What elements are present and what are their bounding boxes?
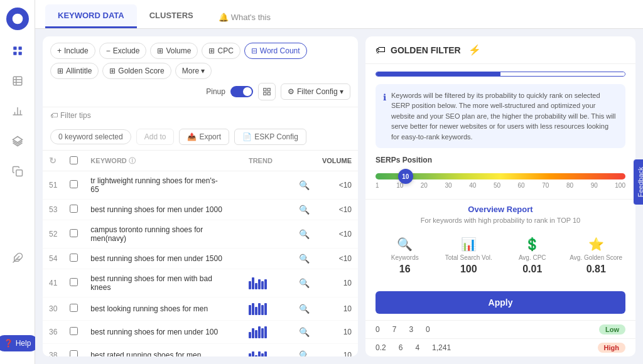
row-search: 🔍 <box>293 321 316 344</box>
svg-rect-14 <box>16 170 22 176</box>
row-spacer <box>230 220 242 249</box>
row-trend <box>242 249 293 269</box>
add-to-button[interactable]: Add to <box>136 129 175 145</box>
selected-count: 0 keyword selected <box>50 129 131 144</box>
row-keyword: best running shoes for men under 1000 <box>84 200 230 220</box>
overview-title: Overview Report <box>376 205 625 214</box>
word-count-filter-button[interactable]: ⊟ Word Count <box>244 43 307 59</box>
sidebar-icon-chart[interactable] <box>8 102 27 120</box>
table-row: 51tr lightweight running shoes for men's… <box>43 171 358 200</box>
serp-slider[interactable]: 10 1 10 20 30 40 50 60 70 80 90 100 <box>376 171 625 191</box>
include-filter-button[interactable]: + Include <box>50 43 95 59</box>
feedback-tab[interactable]: Feedback <box>634 159 643 205</box>
pinup-toggle[interactable] <box>230 86 253 97</box>
sidebar-icon-copy[interactable] <box>8 162 27 181</box>
row-trend <box>242 171 293 200</box>
row-search: 🔍 <box>293 249 316 269</box>
more-filter-button[interactable]: More ▾ <box>175 63 212 79</box>
row-trend <box>242 200 293 220</box>
info-icon: ℹ <box>383 91 386 142</box>
row-checkbox[interactable] <box>70 278 78 286</box>
slider-labels: 1 10 20 30 40 50 60 70 80 90 100 <box>376 182 625 189</box>
row-num: 54 <box>43 249 63 269</box>
tab-keyword-data[interactable]: KEYWORD DATA <box>45 4 137 28</box>
row-search: 🔍 <box>293 220 316 249</box>
badge-high: High <box>598 343 625 353</box>
slider-thumb[interactable]: 10 <box>398 169 413 184</box>
row-trend <box>242 269 293 297</box>
filter-tips[interactable]: 🏷 Filter tips <box>43 107 358 124</box>
tab-what-this[interactable]: 🔔 What's this <box>208 6 281 28</box>
table-row: 36best running shoes for men under 100🔍1… <box>43 321 358 344</box>
row-trend <box>242 297 293 321</box>
row-checkbox[interactable] <box>70 180 78 188</box>
help-button[interactable]: ❓ Help <box>0 335 38 351</box>
search-icon[interactable]: 🔍 <box>299 278 310 288</box>
col-trend: TREND <box>242 151 293 171</box>
row-volume: <10 <box>316 171 358 200</box>
layout-icon-button[interactable] <box>258 83 276 100</box>
search-icon[interactable]: 🔍 <box>299 304 310 314</box>
tab-ranking-probability[interactable]: By Ranking Probability <box>376 72 500 77</box>
row-keyword: tr lightweight running shoes for men's-6… <box>84 171 230 200</box>
svg-rect-17 <box>264 88 266 91</box>
table-row: 53best running shoes for men under 1000🔍… <box>43 200 358 220</box>
col-check <box>63 151 84 171</box>
sidebar-icon-grid[interactable] <box>8 41 27 60</box>
search-icon[interactable]: 🔍 <box>299 229 310 239</box>
filter-config-button[interactable]: ⚙ Filter Config ▾ <box>281 83 350 100</box>
sidebar: ❓ Help <box>0 0 35 364</box>
search-icon[interactable]: 🔍 <box>299 327 310 337</box>
row-trend <box>242 344 293 357</box>
select-all-checkbox[interactable] <box>70 156 78 164</box>
row-trend <box>242 220 293 249</box>
row-checkbox[interactable] <box>70 350 78 356</box>
table-row: 30best looking running shoes for men🔍10 <box>43 297 358 321</box>
serp-title: SERPs Position <box>376 156 625 164</box>
app-logo[interactable] <box>6 8 29 30</box>
row-num: 52 <box>43 220 63 249</box>
overview-cards: 🔍 Keywords 16 📊 Total Search Vol. 100 💲 … <box>376 232 625 280</box>
row-spacer <box>230 344 242 357</box>
tab-clusters[interactable]: CLUSTERS <box>137 4 206 28</box>
volume-filter-button[interactable]: ⊞ Volume <box>150 43 198 59</box>
search-icon[interactable]: 🔍 <box>299 205 310 215</box>
row-search: 🔍 <box>293 269 316 297</box>
allintitle-filter-button[interactable]: ⊞ Allintitle <box>50 63 99 79</box>
keywords-icon: 🔍 <box>378 237 432 252</box>
search-icon[interactable]: 🔍 <box>299 254 310 264</box>
export-button[interactable]: 📤 Export <box>179 129 229 145</box>
cpc-filter-button[interactable]: ⊞ CPC <box>202 43 240 59</box>
row-spacer <box>230 321 242 344</box>
col-spacer2 <box>293 151 316 171</box>
row-spacer <box>230 249 242 269</box>
exclude-filter-button[interactable]: − Exclude <box>99 43 147 59</box>
row-checkbox[interactable] <box>70 254 78 262</box>
overview-section: Overview Report For keywords with high p… <box>365 199 635 285</box>
refresh-icon[interactable]: ↻ <box>49 156 57 166</box>
sidebar-icon-list[interactable] <box>8 72 27 90</box>
row-checkbox[interactable] <box>70 304 78 312</box>
eskp-config-button[interactable]: 📄 ESKP Config <box>234 129 306 145</box>
row-volume: <10 <box>316 249 358 269</box>
main-content: KEYWORD DATA CLUSTERS 🔔 What's this + In… <box>35 0 643 364</box>
cpc-icon: ⊞ <box>208 46 215 55</box>
tab-bar: KEYWORD DATA CLUSTERS 🔔 What's this <box>35 0 643 29</box>
gear-icon: ⚙ <box>288 87 294 96</box>
apply-button[interactable]: Apply <box>376 291 625 314</box>
search-icon[interactable]: 🔍 <box>299 180 310 190</box>
row-checkbox[interactable] <box>70 229 78 237</box>
row-num: 36 <box>43 321 63 344</box>
row-checkbox[interactable] <box>70 205 78 213</box>
row-search: 🔍 <box>293 297 316 321</box>
sidebar-icon-puzzle[interactable] <box>8 249 27 267</box>
svg-rect-4 <box>18 52 21 55</box>
row-checkbox[interactable] <box>70 327 78 335</box>
golden-score-filter-button[interactable]: ⊞ Golden Score <box>102 63 171 79</box>
tab-potential-value[interactable]: By Potential Value <box>500 72 625 77</box>
card-search-vol: 📊 Total Search Vol. 100 <box>440 232 499 280</box>
row-trend <box>242 321 293 344</box>
keyword-info-icon[interactable]: ⓘ <box>129 157 136 164</box>
sidebar-icon-layers[interactable] <box>8 132 27 151</box>
search-icon[interactable]: 🔍 <box>299 350 310 356</box>
